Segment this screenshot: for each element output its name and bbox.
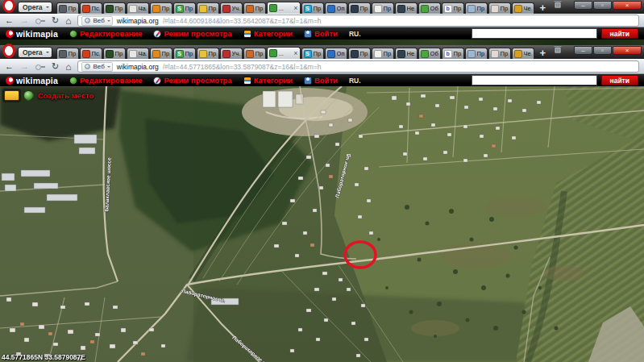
tab[interactable]: Пр... [103, 2, 126, 14]
satellite-map[interactable]: Лабораторное ш. Балаклавское шоссе Лабор… [0, 86, 644, 362]
browser-window-2: Opera Пр...Пс...Пр...Ча...Пр...SПр...Пр.… [0, 45, 644, 362]
web-search-selector[interactable]: Веб [81, 62, 112, 72]
tab-label: Пр... [384, 50, 392, 57]
tab[interactable]: Пр... [348, 48, 371, 59]
tab[interactable]: Пр... [197, 2, 219, 14]
tab[interactable]: Пр... [103, 48, 126, 59]
tab-label: Пр... [256, 50, 264, 57]
window-controls: – ▫ × [574, 1, 642, 10]
blue-triangle-icon [327, 50, 335, 58]
tab[interactable]: Ча... [127, 48, 149, 59]
wm-menu-person[interactable]: Войти [304, 76, 338, 85]
tab[interactable]: Пр... [243, 2, 266, 14]
tab[interactable]: Пр... [150, 2, 172, 14]
wikimapia-logo[interactable]: wikimapia [6, 76, 58, 85]
tab[interactable]: Не... [395, 2, 418, 14]
wm-menu-globe-edit[interactable]: Редактирование [69, 29, 142, 38]
close-button[interactable]: × [613, 1, 642, 10]
tab[interactable]: Пр... [243, 48, 266, 59]
tab[interactable]: Пр... [488, 48, 511, 59]
tab[interactable]: Оп... [325, 48, 347, 59]
tab[interactable]: Пр... [488, 2, 511, 14]
tab[interactable]: Пр... [348, 2, 371, 14]
reload-icon[interactable]: ↻ [52, 62, 59, 71]
tab[interactable]: Не... [395, 48, 418, 59]
rewind-icon[interactable] [35, 64, 45, 69]
url-field[interactable]: Веб wikimapia.org /#lat=44.5771865&lon=3… [77, 60, 639, 73]
close-button[interactable]: × [613, 46, 642, 55]
tab[interactable]: Пр... [56, 2, 79, 14]
home-icon[interactable]: ⌂ [65, 62, 71, 72]
new-tab-button[interactable]: + [540, 2, 546, 13]
wm-menu-label: Войти [314, 76, 338, 85]
tab[interactable]: Уч... [220, 48, 243, 59]
tab-label: Не... [407, 50, 415, 57]
wikimapia-logo[interactable]: wikimapia [6, 29, 58, 39]
tab[interactable]: Пр... [197, 48, 219, 59]
maximize-button[interactable]: ▫ [593, 46, 612, 55]
search-input[interactable] [472, 75, 597, 85]
tab[interactable]: Об... [418, 48, 441, 59]
tab[interactable]: bПр... [442, 2, 464, 14]
language-selector[interactable]: RU. [349, 77, 361, 85]
tab[interactable]: Пр... [372, 48, 394, 59]
tab[interactable]: Че... [512, 48, 534, 59]
tab[interactable]: Оп... [325, 2, 347, 14]
reload-icon[interactable]: ↻ [52, 16, 59, 25]
find-button[interactable]: найти [601, 28, 638, 39]
gear-red-icon [82, 5, 90, 13]
color-app-icon [514, 5, 522, 13]
back-icon[interactable]: ← [5, 16, 14, 25]
tab[interactable]: SПр... [173, 48, 196, 59]
tab[interactable]: SПр... [301, 48, 324, 59]
rewind-icon[interactable] [35, 19, 45, 23]
wm-menu-compass[interactable]: Режим просмотра [153, 76, 231, 85]
tab-label: Об... [430, 50, 438, 57]
minimize-button[interactable]: – [574, 1, 592, 10]
tab[interactable]: bПр... [442, 48, 464, 59]
tab[interactable]: SПр... [173, 2, 196, 14]
new-tab-button[interactable]: + [540, 48, 546, 58]
opera-menu-button[interactable]: Opera [18, 47, 52, 58]
wm-menu-compass[interactable]: Режим просмотра [153, 29, 231, 38]
tab-bar: Opera Пр...Пс...Пр...Ча...Пр...SПр...Пр.… [0, 0, 644, 14]
closed-tabs-trash-icon[interactable] [553, 0, 563, 12]
opera-menu-button[interactable]: Opera [18, 2, 52, 13]
closed-tabs-trash-icon[interactable] [553, 43, 563, 57]
tab[interactable]: Пр... [465, 2, 488, 14]
home-icon[interactable]: ⌂ [65, 16, 71, 26]
wm-menu-person[interactable]: Войти [304, 29, 338, 38]
tab-label: Об... [430, 5, 438, 12]
maximize-button[interactable]: ▫ [593, 1, 612, 10]
tab[interactable]: Пр... [372, 2, 394, 14]
tab[interactable]: Пс... [80, 48, 102, 59]
wm-menu-categories[interactable]: Категории [243, 76, 293, 85]
tab[interactable]: Уч... [220, 2, 243, 14]
tab-close-icon[interactable]: × [293, 50, 297, 57]
tab-label: Пс... [92, 5, 100, 12]
find-button[interactable]: найти [601, 75, 638, 85]
tab-close-icon[interactable]: × [293, 5, 297, 12]
tab[interactable]: Об... [418, 2, 441, 14]
web-search-selector[interactable]: Веб [81, 16, 112, 26]
tab[interactable]: Пр... [56, 48, 79, 59]
tab[interactable]: Че... [512, 2, 534, 14]
wm-menu-globe-edit[interactable]: Редактирование [69, 76, 142, 85]
wm-menu-categories[interactable]: Категории [243, 29, 293, 38]
tab[interactable]: Пс... [80, 2, 102, 14]
back-icon[interactable]: ← [5, 62, 14, 71]
forward-icon[interactable]: → [20, 16, 29, 25]
tab[interactable]: Пр... [465, 48, 488, 59]
search-input[interactable] [472, 28, 597, 39]
tab-active[interactable]: ...× [267, 47, 301, 59]
tab[interactable]: SПр... [301, 2, 324, 14]
tab-active[interactable]: ...× [267, 2, 301, 14]
url-field[interactable]: Веб wikimapia.org /#lat=44.6009184&lon=3… [77, 15, 639, 27]
language-selector[interactable]: RU. [349, 30, 361, 38]
tab[interactable]: Пр... [150, 48, 172, 59]
forward-icon[interactable]: → [20, 62, 29, 71]
create-place-button[interactable]: Создать место [4, 90, 94, 101]
tab-label: Пр... [477, 5, 485, 12]
tab[interactable]: Ча... [127, 2, 149, 14]
minimize-button[interactable]: – [574, 46, 592, 55]
